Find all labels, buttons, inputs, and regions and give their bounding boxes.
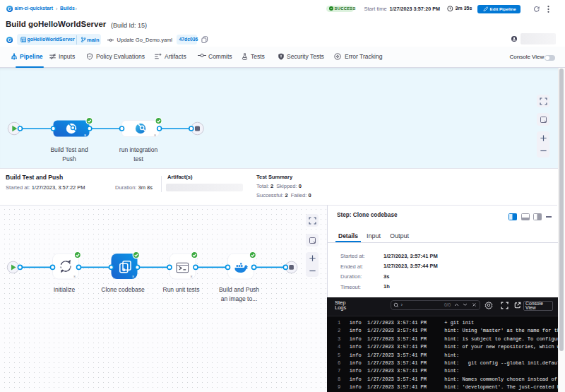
- svg-text:s: s: [84, 133, 86, 137]
- svg-text:s: s: [73, 274, 76, 278]
- svg-text:s: s: [191, 274, 193, 278]
- svg-text:s: s: [132, 274, 134, 278]
- svg-text:s: s: [154, 133, 156, 137]
